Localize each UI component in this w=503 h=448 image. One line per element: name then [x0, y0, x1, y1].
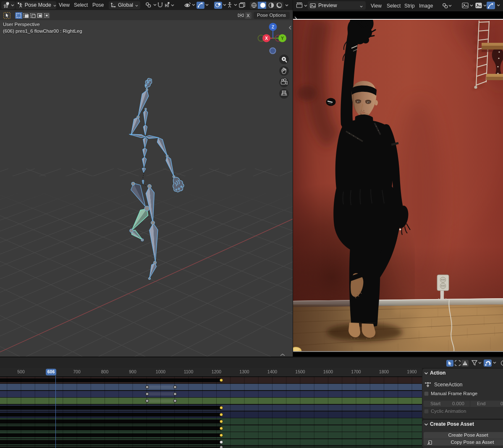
svg-text:Y: Y [281, 36, 284, 41]
svg-text:Z: Z [272, 25, 274, 29]
svg-text:X: X [265, 36, 268, 41]
